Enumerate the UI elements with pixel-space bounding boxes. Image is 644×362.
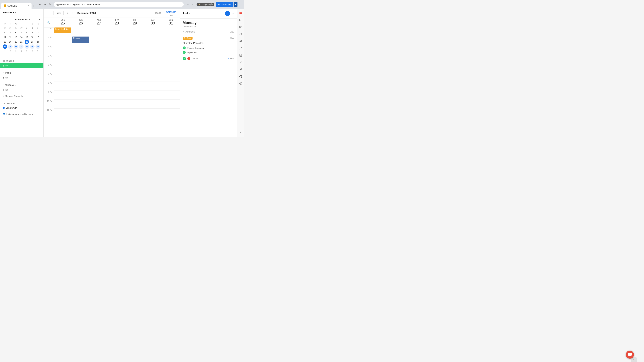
time-row-wed-2pm[interactable] xyxy=(90,27,108,36)
cal-day-3[interactable]: 3 xyxy=(36,26,40,30)
time-row-tue-7pm[interactable] xyxy=(72,72,90,81)
time-row-sun-6pm[interactable] xyxy=(162,63,180,72)
time-row-fri-8pm[interactable] xyxy=(126,81,144,90)
time-row-thu-10pm[interactable] xyxy=(108,99,126,108)
time-row-mon-10pm[interactable] xyxy=(54,99,72,108)
cal-prev-button[interactable]: ‹ xyxy=(66,11,69,15)
time-row-sun-11pm[interactable] xyxy=(162,108,180,117)
time-row-thu-2pm[interactable] xyxy=(108,27,126,36)
time-row-wed-3pm[interactable] xyxy=(90,36,108,45)
sidebar-item-personal-all[interactable]: # all xyxy=(0,87,44,92)
time-row-wed-4pm[interactable] xyxy=(90,45,108,54)
cal-day-18[interactable]: 18 xyxy=(3,40,7,44)
cal-day-29p[interactable]: 29 xyxy=(14,26,18,30)
time-row-tue-9pm[interactable] xyxy=(72,90,90,99)
time-row-thu-6pm[interactable] xyxy=(108,63,126,72)
cal-day-10[interactable]: 10 xyxy=(36,30,40,35)
new-tab-button[interactable]: + xyxy=(32,4,36,9)
mini-cal-next-button[interactable]: › xyxy=(38,17,41,21)
cal-day-28p[interactable]: 28 xyxy=(8,26,12,30)
browser-menu-button[interactable]: ⋮ xyxy=(239,2,243,7)
cal-day-19[interactable]: 19 xyxy=(8,40,12,44)
time-row-sun-2pm[interactable] xyxy=(162,27,180,36)
cal-day-7[interactable]: 7 xyxy=(19,30,24,35)
cal-day-4[interactable]: 4 xyxy=(3,30,7,35)
time-row-wed-9pm[interactable] xyxy=(90,90,108,99)
invite-button[interactable]: 👤 Invite someone to Sunsama xyxy=(0,112,44,116)
time-row-sat-9pm[interactable] xyxy=(144,90,162,99)
right-sidebar-icon-link[interactable] xyxy=(238,66,244,72)
task-meta-check-icon[interactable] xyxy=(183,57,186,60)
work-section-header[interactable]: ▾ WORK xyxy=(0,71,44,75)
active-tab[interactable]: S Sunsama ✕ xyxy=(1,3,32,9)
time-row-sat-10pm[interactable] xyxy=(144,99,162,108)
cal-day-1n[interactable]: 1 xyxy=(3,49,7,53)
cal-day-17[interactable]: 17 xyxy=(36,35,40,39)
cal-day-22-today[interactable]: 22 xyxy=(25,40,29,44)
time-row-mon-6pm[interactable] xyxy=(54,63,72,72)
cal-day-23[interactable]: 23 xyxy=(30,40,34,44)
time-row-wed-7pm[interactable] xyxy=(90,72,108,81)
time-row-wed-10pm[interactable] xyxy=(90,99,108,108)
right-sidebar-icon-sync[interactable] xyxy=(238,31,244,37)
cal-next-button[interactable]: › xyxy=(71,11,75,15)
time-row-fri-11pm[interactable] xyxy=(126,108,144,117)
right-sidebar-icon-notes[interactable] xyxy=(238,52,244,58)
time-row-sat-8pm[interactable] xyxy=(144,81,162,90)
right-sidebar-icon-chat[interactable] xyxy=(238,80,244,86)
time-row-fri-4pm[interactable] xyxy=(126,45,144,54)
time-row-thu-4pm[interactable] xyxy=(108,45,126,54)
time-row-fri-3pm[interactable] xyxy=(126,36,144,45)
back-button[interactable]: ← xyxy=(38,2,42,6)
subtask-2-check-icon[interactable] xyxy=(183,51,186,54)
time-row-mon-4pm[interactable] xyxy=(54,45,72,54)
time-row-fri-6pm[interactable] xyxy=(126,63,144,72)
time-row-mon-2pm[interactable]: Study the Princ xyxy=(54,27,72,36)
task-subtask-1[interactable]: Review the notes xyxy=(183,46,234,50)
time-row-sat-6pm[interactable] xyxy=(144,63,162,72)
time-row-wed-11pm[interactable] xyxy=(90,108,108,117)
task-subtask-2[interactable]: Implement xyxy=(183,50,234,54)
time-row-tue-11pm[interactable] xyxy=(72,108,90,117)
cal-day-30-sel[interactable]: 30 xyxy=(30,44,34,49)
cal-day-1[interactable]: 1 xyxy=(25,26,29,30)
cal-day-26-sel[interactable]: 26 xyxy=(8,44,12,49)
cal-day-11[interactable]: 11 xyxy=(3,35,7,39)
time-row-sun-9pm[interactable] xyxy=(162,90,180,99)
time-row-sun-10pm[interactable] xyxy=(162,99,180,108)
forward-button[interactable]: → xyxy=(43,2,47,6)
cal-day-29-sel[interactable]: 29 xyxy=(25,44,29,49)
event-study-principles[interactable]: Study the Princ xyxy=(54,27,71,33)
refresh-button[interactable]: ↻ xyxy=(48,2,52,7)
time-row-sat-5pm[interactable] xyxy=(144,54,162,63)
cal-day-27-sel[interactable]: 27 xyxy=(14,44,18,49)
right-sidebar-expand-icon[interactable] xyxy=(238,129,244,135)
right-sidebar-icon-analytics[interactable] xyxy=(238,59,244,65)
time-row-fri-7pm[interactable] xyxy=(126,72,144,81)
time-row-fri-2pm[interactable] xyxy=(126,27,144,36)
address-bar[interactable] xyxy=(54,2,184,7)
bookmark-button[interactable]: ☆ xyxy=(186,2,190,7)
cal-day-7n[interactable]: 7 xyxy=(36,49,40,53)
cal-day-31-sel[interactable]: 31 xyxy=(36,44,40,49)
finish-update-chevron-button[interactable]: ▾ xyxy=(234,2,238,7)
time-row-sat-11pm[interactable] xyxy=(144,108,162,117)
finish-update-button[interactable]: Finish update xyxy=(216,2,234,7)
time-row-mon-11pm[interactable] xyxy=(54,108,72,117)
sidebar-item-work-all[interactable]: # all xyxy=(0,75,44,80)
add-task-button[interactable]: + Add task 0:20 xyxy=(180,28,237,35)
time-row-sun-7pm[interactable] xyxy=(162,72,180,81)
cal-day-20[interactable]: 20 xyxy=(14,40,18,44)
sidebar-toggle-button[interactable]: ▭ xyxy=(191,2,195,7)
time-row-tue-8pm[interactable] xyxy=(72,81,90,90)
incognito-badge[interactable]: 🕵 Incognito (2) xyxy=(196,3,214,6)
right-sidebar-icon-notifications[interactable]: 🔴 xyxy=(238,10,244,16)
cal-day-3n[interactable]: 3 xyxy=(14,49,18,53)
time-row-mon-8pm[interactable] xyxy=(54,81,72,90)
cal-day-15[interactable]: 15 xyxy=(25,35,29,39)
cal-day-25-sel[interactable]: 25 xyxy=(3,44,7,49)
cal-day-12[interactable]: 12 xyxy=(8,35,12,39)
right-sidebar-icon-mail[interactable] xyxy=(238,24,244,30)
cal-day-8[interactable]: 8 xyxy=(25,30,29,35)
time-row-sat-4pm[interactable] xyxy=(144,45,162,54)
